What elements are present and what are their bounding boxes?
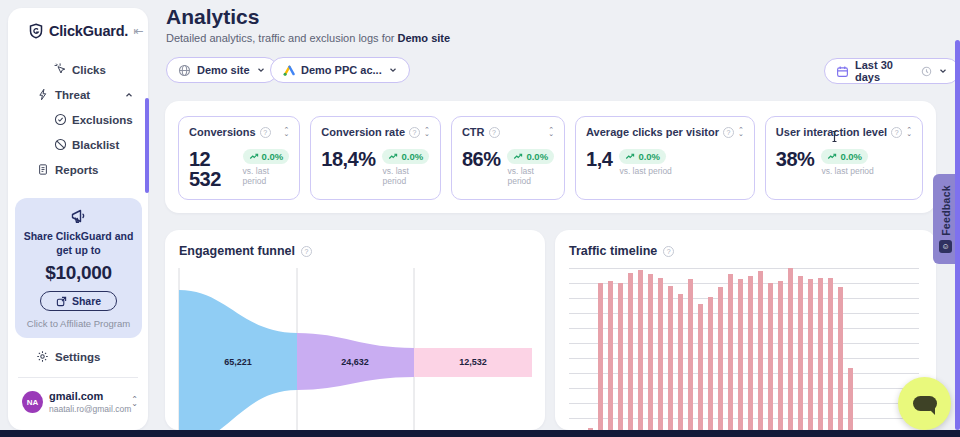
funnel-chart: [165, 230, 545, 430]
stat-card: Conversion rate ? ⌃⌄ 18,4% 0.0% vs. last…: [310, 116, 441, 200]
change-value: 0.0%: [638, 151, 660, 162]
traffic-bar: [668, 286, 673, 430]
info-icon[interactable]: ?: [489, 127, 500, 138]
stat-value: 38%: [776, 149, 815, 169]
sidebar-item-settings[interactable]: Settings: [8, 344, 148, 369]
affiliate-promo-card: Share ClickGuard and get up to $10,000 S…: [15, 198, 142, 338]
sort-stepper-icon[interactable]: ⌃⌄: [283, 128, 289, 136]
engagement-funnel-card: Engagement funnel ? 65,221 24,632 12,532: [165, 230, 545, 430]
sort-stepper-icon[interactable]: ⌃⌄: [548, 128, 554, 136]
change-badge: 0.0%: [821, 149, 868, 164]
gear-icon: [36, 350, 49, 363]
site-selector[interactable]: Demo site: [166, 57, 278, 83]
info-icon[interactable]: ?: [723, 127, 734, 138]
share-button[interactable]: Share: [40, 291, 117, 311]
info-icon[interactable]: ?: [301, 246, 312, 257]
traffic-title: Traffic timeline: [569, 244, 657, 258]
avatar: NA: [22, 391, 43, 413]
sidebar-item-exclusions[interactable]: Exclusions: [8, 107, 148, 132]
traffic-bar: [628, 273, 633, 430]
check-circle-icon: [54, 113, 67, 126]
stat-value: 12 532: [189, 149, 236, 189]
sort-stepper-icon[interactable]: ⌃⌄: [738, 128, 744, 136]
info-icon[interactable]: ?: [663, 246, 674, 257]
account-stepper-icon: ⌃⌄: [131, 398, 138, 407]
promo-text-line1: Share ClickGuard and: [23, 229, 134, 243]
funnel-value-label: 24,632: [341, 357, 369, 367]
megaphone-icon: [23, 208, 134, 225]
traffic-bar: [678, 294, 683, 430]
traffic-bar: [788, 268, 793, 430]
chat-widget-button[interactable]: [898, 377, 951, 430]
sidebar-item-blacklist[interactable]: Blacklist: [8, 132, 148, 157]
lightning-icon: [36, 88, 49, 101]
promo-text-line2: get up to: [23, 243, 134, 257]
sidebar-item-label: Clicks: [72, 64, 106, 76]
google-ads-icon: [282, 64, 295, 77]
sidebar-scrollbar[interactable]: [145, 98, 149, 193]
sort-stepper-icon[interactable]: ⌃⌄: [424, 128, 430, 136]
date-range-selector[interactable]: Last 30 days: [824, 58, 960, 84]
date-range-label: Last 30 days: [855, 59, 915, 83]
traffic-bar: [798, 276, 803, 430]
chevron-up-icon: [124, 90, 134, 100]
brand-name: ClickGuard.: [49, 23, 128, 39]
account-switcher[interactable]: NA gmail.com naatali.ro@gmail.com ⌃⌄: [22, 390, 138, 414]
document-icon: [36, 163, 49, 176]
ppc-account-selector[interactable]: Demo PPC ac...: [270, 57, 410, 83]
traffic-bar: [848, 368, 853, 430]
info-icon[interactable]: ?: [260, 127, 271, 138]
change-period: vs. last period: [382, 166, 429, 186]
shield-logo-icon: [28, 23, 44, 39]
stat-label: Conversions: [189, 126, 256, 138]
sidebar-item-label: Exclusions: [72, 114, 133, 126]
stat-card: Average clicks per visitor ? ⌃⌄ 1,4 0.0%…: [575, 116, 755, 200]
stat-value: 1,4: [586, 149, 612, 169]
sidebar-divider: [18, 377, 138, 378]
calendar-icon: [836, 65, 849, 78]
traffic-bar: [618, 283, 623, 430]
info-icon[interactable]: ?: [409, 127, 420, 138]
stat-value: 18,4%: [321, 149, 375, 169]
sidebar-item-reports[interactable]: Reports: [8, 157, 148, 182]
traffic-bar: [818, 278, 823, 430]
traffic-bar: [768, 283, 773, 430]
change-value: 0.0%: [401, 151, 423, 162]
change-badge: 0.0%: [382, 149, 429, 164]
sidebar-item-clicks[interactable]: Clicks: [8, 57, 148, 82]
ppc-selector-label: Demo PPC ac...: [301, 64, 382, 76]
sidebar-item-label: Reports: [55, 164, 98, 176]
traffic-bar: [808, 279, 813, 430]
change-period: vs. last period: [619, 166, 671, 176]
bottom-window-edge: [0, 430, 960, 437]
traffic-bar: [688, 279, 693, 430]
sidebar-collapse-icon[interactable]: ⇤: [133, 24, 143, 38]
traffic-bar: [598, 283, 603, 430]
share-button-label: Share: [72, 295, 101, 307]
brand-logo: ClickGuard. ⇤: [8, 8, 148, 49]
traffic-bar: [778, 281, 783, 430]
funnel-title: Engagement funnel: [179, 244, 295, 258]
change-value: 0.0%: [526, 151, 548, 162]
page-subtitle: Detailed analytics, traffic and exclusio…: [166, 32, 450, 44]
traffic-bar: [648, 274, 653, 430]
stat-label: CTR: [462, 126, 485, 138]
stat-label: Average clicks per visitor: [586, 126, 719, 138]
affiliate-link[interactable]: Click to Affiliate Program: [23, 318, 134, 329]
smiley-icon: ☺: [939, 240, 952, 253]
page-title: Analytics: [166, 5, 259, 29]
sidebar-item-threat[interactable]: Threat: [8, 82, 148, 107]
sidebar-item-label: Settings: [55, 351, 100, 363]
stat-card: CTR ? ⌃⌄ 86% 0.0% vs. last period: [451, 116, 565, 200]
globe-icon: [178, 64, 191, 77]
info-icon[interactable]: ?: [891, 127, 902, 138]
analytics-dashboard: ClickGuard. ⇤ Clicks Threat Exclusions B…: [0, 0, 960, 437]
traffic-timeline-card: Traffic timeline ?: [555, 230, 936, 430]
feedback-tab-label: Feedback: [940, 185, 952, 236]
traffic-bar: [658, 278, 663, 430]
account-email: naatali.ro@gmail.com: [49, 404, 131, 415]
page-scrollbar[interactable]: [955, 40, 960, 430]
sort-stepper-icon[interactable]: ⌃⌄: [906, 128, 912, 136]
traffic-bar: [828, 278, 833, 430]
chevron-down-icon: [388, 65, 398, 75]
